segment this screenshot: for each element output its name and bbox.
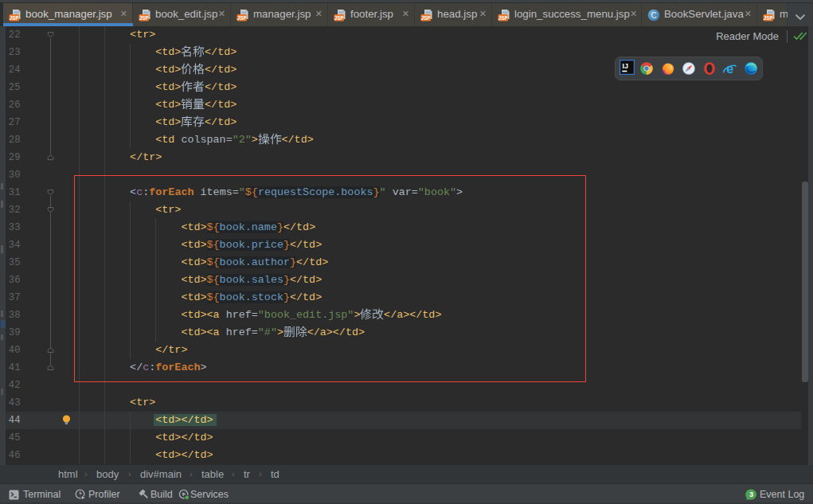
svg-text:JSP: JSP (237, 14, 247, 20)
svg-text:JSP: JSP (10, 14, 19, 20)
svg-text:JSP: JSP (421, 14, 431, 20)
svg-text:JSP: JSP (334, 14, 344, 20)
svg-text:e: e (726, 62, 733, 75)
svg-text:JSP: JSP (498, 14, 508, 20)
svg-text:JSP: JSP (764, 14, 773, 20)
svg-text:IJ: IJ (622, 62, 628, 70)
svg-text:3: 3 (749, 490, 753, 498)
svg-text:C: C (651, 10, 657, 19)
svg-text:JSP: JSP (139, 14, 149, 20)
